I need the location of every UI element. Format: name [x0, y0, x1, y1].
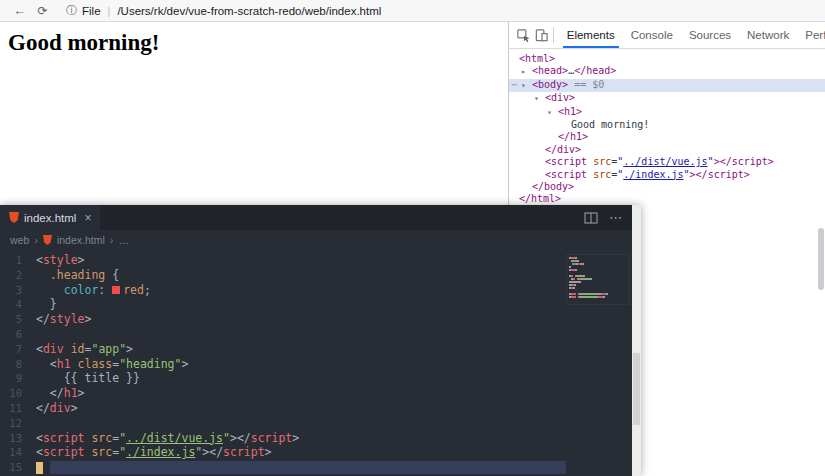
split-editor-icon[interactable] [584, 212, 598, 224]
code-line[interactable]: 12 [0, 416, 632, 431]
dom-token: <div> [545, 92, 575, 103]
code-line[interactable]: 14<script src="./index.js"></script> [0, 445, 632, 460]
code-token: style [43, 253, 78, 267]
code-line[interactable]: 11</div> [0, 401, 632, 416]
minimap-line [569, 284, 627, 286]
more-actions-icon[interactable]: ⋯ [609, 210, 623, 225]
expand-arrow-icon[interactable]: ▾ [521, 80, 532, 92]
code-token: script [43, 431, 85, 445]
dom-tree-row[interactable]: ▸<head>…</head> [509, 65, 825, 78]
close-tab-icon[interactable]: × [84, 211, 91, 225]
dom-tree-row[interactable]: ▾<h1> [509, 106, 825, 119]
devtools-tab-performance[interactable]: Performance [797, 22, 825, 48]
editor-tab-label: index.html [24, 212, 76, 224]
scrollbar-thumb[interactable] [818, 228, 824, 290]
code-token: h1 [57, 357, 71, 371]
back-icon[interactable]: ← [8, 3, 31, 18]
code-line[interactable]: 3 color: red; [0, 283, 632, 298]
dom-tree-row[interactable]: <script src="./index.js"></script> [509, 169, 825, 181]
dom-tree-row[interactable]: </div> [509, 144, 825, 156]
code-line[interactable]: 6 [0, 327, 632, 342]
line-text: <h1 class="heading"> [36, 357, 188, 372]
minimap-line [569, 272, 627, 274]
line-number: 6 [0, 327, 36, 342]
code-token: style [50, 312, 85, 326]
expand-arrow-icon[interactable]: ▾ [534, 93, 545, 105]
code-line[interactable]: 13<script src="../dist/vue.js"></script> [0, 431, 632, 446]
code-token: </ [36, 312, 50, 326]
code-token: > [265, 445, 272, 459]
breadcrumb-more[interactable]: … [118, 234, 129, 246]
dom-tree-row[interactable]: ▾<div> [509, 92, 825, 105]
dom-tree-row[interactable]: </body> [509, 181, 825, 193]
editor-code[interactable]: 1<style>2 .heading {3 color: red;4 }5</s… [0, 253, 632, 476]
code-token: script [223, 445, 265, 459]
expand-arrow-icon[interactable]: ▸ [521, 66, 532, 78]
line-number: 3 [0, 283, 36, 298]
devtools-tab-network[interactable]: Network [739, 22, 797, 48]
code-token: "app" [91, 342, 126, 356]
breadcrumb-folder[interactable]: web [10, 234, 29, 246]
devtools-tab-console[interactable]: Console [623, 22, 681, 48]
dom-tree-row[interactable]: <script src="../dist/vue.js"></script> [509, 156, 825, 168]
dom-token: <body> [532, 79, 568, 90]
code-line[interactable]: 10 </h1> [0, 386, 632, 401]
editor-tab-indexhtml[interactable]: index.html × [0, 205, 100, 230]
dom-token: </head> [574, 65, 616, 76]
line-text: </style> [36, 312, 91, 327]
code-token: red [123, 283, 144, 297]
breadcrumb-file[interactable]: index.html [57, 234, 105, 246]
code-line[interactable]: 8 <h1 class="heading"> [0, 357, 632, 372]
scrollbar-thumb[interactable] [633, 353, 640, 425]
code-line[interactable]: 7<div id="app"> [0, 342, 632, 357]
devtools-tab-elements[interactable]: Elements [559, 22, 623, 48]
minimap-line [569, 278, 627, 280]
devtools-tabs: ElementsConsoleSourcesNetworkPerformance [559, 22, 825, 48]
code-line[interactable]: 1<style> [0, 253, 632, 268]
info-icon[interactable]: ⓘ [66, 3, 77, 18]
dom-tree-row[interactable]: <html> [509, 53, 825, 65]
code-line[interactable]: 2 .heading { [0, 268, 632, 283]
minimap-line [569, 290, 627, 292]
code-token: ; [144, 283, 151, 297]
reload-icon[interactable]: ⟳ [31, 4, 54, 18]
browser-toolbar: ← ⟳ ⓘ File | /Users/rk/dev/vue-from-scra… [0, 0, 825, 22]
page-heading: Good morning! [8, 30, 159, 56]
inspect-element-icon[interactable] [515, 25, 532, 46]
device-toolbar-icon[interactable] [532, 25, 549, 46]
minimap[interactable] [566, 254, 630, 305]
code-token: > [78, 253, 85, 267]
code-token: ../dist/vue.js [126, 431, 223, 445]
color-swatch[interactable] [112, 286, 120, 294]
code-line[interactable]: 15 [0, 460, 632, 475]
address-bar-path[interactable]: /Users/rk/dev/vue-from-scratch-redo/web/… [117, 5, 381, 17]
expand-arrow-icon[interactable]: ▾ [547, 107, 558, 119]
code-token [71, 357, 78, 371]
toolbar-divider [553, 27, 554, 43]
code-token: } [36, 297, 57, 311]
dom-tree-row[interactable]: Good morning! [509, 119, 825, 131]
line-number: 5 [0, 312, 36, 327]
html-file-icon [9, 212, 19, 223]
editor-scrollbar[interactable] [632, 205, 641, 476]
line-text [36, 460, 43, 475]
devtools-scrollbar[interactable] [817, 50, 825, 476]
code-token: h1 [64, 386, 78, 400]
code-line[interactable]: 5</style> [0, 312, 632, 327]
line-text: .heading { [36, 268, 119, 283]
code-token: src [91, 445, 112, 459]
minimap-line [569, 281, 627, 283]
dom-token: == $0 [568, 79, 604, 90]
minimap-line [569, 296, 627, 298]
code-line[interactable]: 9 {{ title }} [0, 371, 632, 386]
dom-tree-row[interactable]: ⋯▾<body> == $0 [509, 79, 825, 92]
minimap-line [569, 269, 627, 271]
dom-tree-row[interactable]: </html> [509, 193, 825, 205]
breadcrumb-separator: › [34, 234, 38, 246]
devtools-tab-sources[interactable]: Sources [681, 22, 739, 48]
code-token: id [71, 342, 85, 356]
code-line[interactable]: 4 } [0, 297, 632, 312]
dom-tree-row[interactable]: </h1> [509, 131, 825, 143]
minimap-line [569, 266, 627, 268]
code-token: div [50, 401, 71, 415]
